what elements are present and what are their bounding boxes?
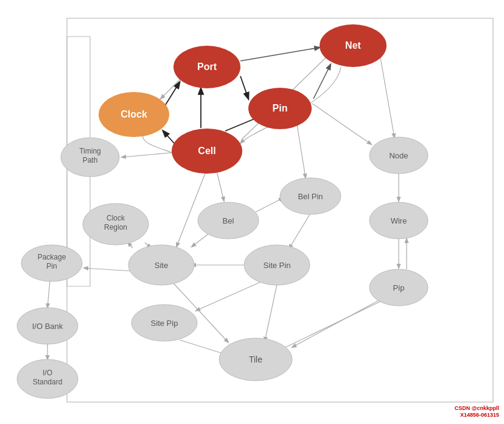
svg-line-33: [283, 299, 387, 348]
label-package-pin2: Pin: [46, 262, 57, 270]
label-net: Net: [345, 40, 361, 51]
svg-line-6: [164, 82, 180, 107]
svg-line-1: [240, 48, 320, 61]
label-port: Port: [197, 62, 217, 72]
svg-line-28: [380, 58, 394, 138]
label-io-standard: I/O: [43, 369, 52, 377]
svg-line-9: [161, 79, 180, 99]
label-wire: Wire: [391, 216, 407, 225]
svg-line-25: [292, 299, 382, 347]
label-bel-pin: Bel Pin: [298, 192, 323, 201]
svg-line-17: [289, 213, 310, 249]
svg-line-29: [312, 104, 371, 144]
label-clock-region2: Region: [104, 223, 127, 231]
watermark-line2: X14856-061315: [460, 412, 499, 418]
watermark: CSDN @cnkkppll X14856-061315: [455, 405, 499, 419]
svg-line-2: [313, 65, 331, 99]
label-site: Site: [155, 261, 168, 270]
svg-line-12: [177, 169, 207, 247]
label-site-pin: Site Pin: [264, 261, 291, 270]
svg-line-4: [240, 76, 248, 99]
label-clock-region: Clock: [107, 214, 125, 222]
svg-line-31: [47, 280, 50, 308]
label-timing-path: Timing: [79, 147, 101, 155]
label-bel: Bel: [223, 216, 234, 225]
label-timing-path2: Path: [83, 156, 98, 164]
svg-line-13: [297, 125, 306, 178]
label-io-standard2: Standard: [33, 378, 63, 386]
label-tile: Tile: [249, 355, 262, 364]
label-site-pip: Site Pip: [151, 319, 178, 328]
diagram-container: Net Port Pin Clock Cell Timing Path Node…: [0, 0, 504, 424]
label-io-bank: I/O Bank: [32, 322, 63, 331]
watermark-line1: CSDN @cnkkppll: [455, 405, 499, 411]
svg-line-14: [256, 198, 283, 212]
label-cell: Cell: [198, 146, 215, 156]
svg-line-21: [196, 281, 262, 311]
label-pip: Pip: [393, 283, 405, 292]
diagram-svg: Net Port Pin Clock Cell Timing Path Node…: [0, 0, 504, 424]
label-clock: Clock: [121, 109, 147, 119]
svg-line-20: [84, 268, 133, 271]
label-package-pin: Package: [38, 253, 66, 261]
label-node: Node: [389, 151, 408, 160]
svg-line-24: [265, 284, 277, 341]
label-pin: Pin: [273, 103, 288, 113]
svg-line-10: [122, 152, 177, 157]
svg-line-11: [216, 169, 224, 201]
